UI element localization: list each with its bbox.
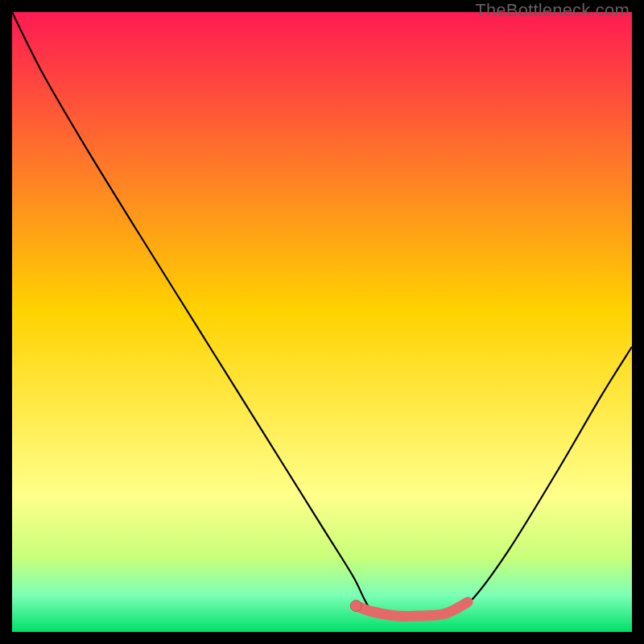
gradient-background xyxy=(12,12,632,632)
marker-point-icon xyxy=(350,601,361,612)
bottleneck-chart xyxy=(12,12,632,632)
watermark-text: TheBottleneck.com xyxy=(475,0,630,21)
